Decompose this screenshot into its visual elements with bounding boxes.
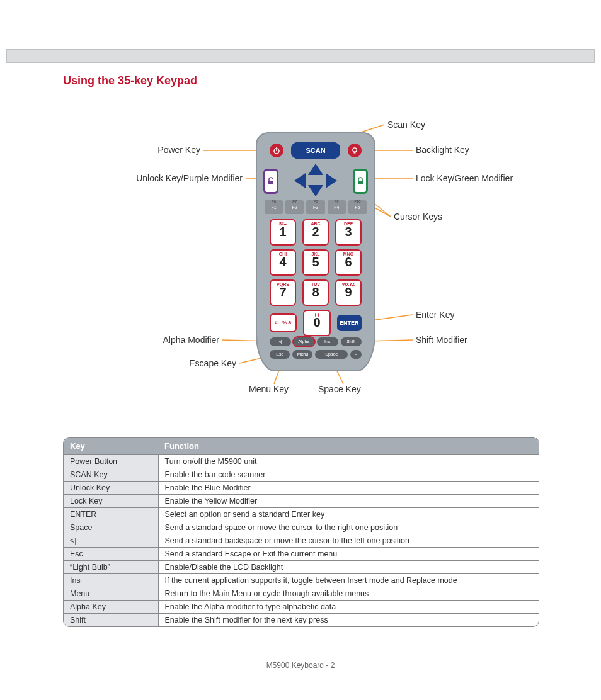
f2-key: F7F2 <box>285 200 304 214</box>
page-footer: M5900 Keyboard - 2 <box>0 661 601 670</box>
modifier-row: ◂| Alpha Ins Shift <box>270 337 362 346</box>
cell-function: Select an option or send a standard Ente… <box>158 508 539 521</box>
number-pad: $#=1 ABC2 DEF3 GHI4 JKL5 MNO6 PQRS7 TUV8… <box>270 219 362 336</box>
header-rule <box>6 49 595 63</box>
th-function: Function <box>158 438 539 455</box>
cell-function: Enable the Shift modifier for the next k… <box>158 614 539 627</box>
callout-lock: Lock Key/Green Modifier <box>416 173 513 183</box>
svg-point-15 <box>353 148 357 152</box>
backspace-key: ◂| <box>270 337 291 346</box>
key-3: DEF3 <box>335 219 362 246</box>
key-0: ( )0 <box>303 310 330 336</box>
cell-key: Alpha Key <box>64 601 158 614</box>
key-7: PQRS7 <box>270 279 296 306</box>
f3-key: F8F3 <box>306 200 324 214</box>
hash-key: # : % & <box>270 313 297 332</box>
callout-shift: Shift Modifier <box>416 335 467 345</box>
key-8: TUV8 <box>302 279 329 306</box>
document-page: Using the 35-key Keypad <box>0 0 601 700</box>
cell-key: Shift <box>64 614 158 627</box>
cursor-right <box>326 173 337 188</box>
cell-key: Ins <box>64 574 158 587</box>
table-row: <|Send a standard backspace or move the … <box>64 534 539 548</box>
svg-rect-17 <box>268 181 273 184</box>
table-row: SCAN KeyEnable the bar code scanner <box>64 468 539 482</box>
key-5: JKL5 <box>302 249 329 276</box>
cursor-up <box>308 164 323 175</box>
key-2: ABC2 <box>302 219 329 246</box>
table-row: Lock KeyEnable the Yellow Modifier <box>64 495 539 508</box>
callout-menu: Menu Key <box>249 384 289 394</box>
power-icon <box>272 145 282 155</box>
cell-function: Send a standard space or move the cursor… <box>158 521 539 534</box>
cell-function: Send a standard Escape or Exit the curre… <box>158 548 539 561</box>
table-row: Power ButtonTurn on/off the M5900 unit <box>64 455 539 468</box>
callout-alpha: Alpha Modifier <box>63 335 219 345</box>
callout-escape: Escape Key <box>63 358 236 368</box>
table-row: InsIf the current application supports i… <box>64 574 539 587</box>
table-row: SpaceSend a standard space or move the c… <box>64 521 539 534</box>
cell-function: Enable the bar code scanner <box>158 468 539 482</box>
esc-key: Esc <box>270 350 290 359</box>
callout-space: Space Key <box>318 384 361 394</box>
callout-scan: Scan Key <box>387 120 425 130</box>
key-function-table-wrap: Key Function Power ButtonTurn on/off the… <box>63 437 539 627</box>
cell-key: <| <box>64 534 158 548</box>
lock-key <box>353 169 368 194</box>
cell-key: Lock Key <box>64 495 158 508</box>
cell-function: Send a standard backspace or move the cu… <box>158 534 539 548</box>
callout-unlock: Unlock Key/Purple Modifier <box>63 173 243 183</box>
table-row: ENTERSelect an option or send a standard… <box>64 508 539 521</box>
cell-function: Return to the Main Menu or cycle through… <box>158 587 539 601</box>
key-4: GHI4 <box>270 249 296 276</box>
cell-function: Enable the Blue Modifier <box>158 482 539 495</box>
cursor-down <box>308 185 323 196</box>
table-row: EscSend a standard Escape or Exit the cu… <box>64 548 539 561</box>
cell-function: Turn on/off the M5900 unit <box>158 455 539 468</box>
key-function-table: Key Function Power ButtonTurn on/off the… <box>64 438 539 626</box>
table-row: MenuReturn to the Main Menu or cycle thr… <box>64 587 539 601</box>
cell-key: Menu <box>64 587 158 601</box>
scan-key: SCAN <box>291 142 340 159</box>
cell-key: Esc <box>64 548 158 561</box>
key-9: WXYZ9 <box>335 279 362 306</box>
dash-key: – <box>350 350 362 359</box>
cell-key: Space <box>64 521 158 534</box>
cursor-left <box>294 173 306 188</box>
f4-key: F9F4 <box>328 200 346 214</box>
lightbulb-icon <box>350 145 360 155</box>
svg-rect-18 <box>358 181 363 184</box>
cell-key: Power Button <box>64 455 158 468</box>
keypad-body: SCAN F6F1 F7F2 F8F3 <box>256 132 375 371</box>
bottom-row: Esc Menu Space – <box>270 350 362 359</box>
section-heading: Using the 35-key Keypad <box>63 74 197 88</box>
power-key <box>270 144 283 157</box>
cell-key: ENTER <box>64 508 158 521</box>
key-1: $#=1 <box>270 219 296 246</box>
table-row: Alpha KeyEnable the Alpha modifier to ty… <box>64 601 539 614</box>
space-key: Space <box>315 350 348 359</box>
f1-key: F6F1 <box>265 200 283 214</box>
table-row: Unlock KeyEnable the Blue Modifier <box>64 482 539 495</box>
unlock-icon <box>266 177 275 186</box>
cell-key: SCAN Key <box>64 468 158 482</box>
key-6: MNO6 <box>335 249 362 276</box>
cell-function: Enable the Alpha modifier to type alphab… <box>158 601 539 614</box>
enter-key: ENTER <box>337 315 362 331</box>
cell-function: Enable/Disable the LCD Backlight <box>158 561 539 574</box>
alpha-key: Alpha <box>294 337 315 346</box>
svg-rect-16 <box>354 152 356 154</box>
cursor-keys <box>277 164 355 196</box>
footer-rule <box>13 655 588 655</box>
table-row: “Light Bulb”Enable/Disable the LCD Backl… <box>64 561 539 574</box>
cell-function: If the current application supports it, … <box>158 574 539 587</box>
callout-power: Power Key <box>63 145 200 155</box>
function-key-row: F6F1 F7F2 F8F3 F9F4 F10F5 <box>265 200 367 214</box>
keypad-figure: SCAN F6F1 F7F2 F8F3 <box>63 101 538 403</box>
cell-key: “Light Bulb” <box>64 561 158 574</box>
f5-key: F10F5 <box>348 200 367 214</box>
lock-icon <box>356 177 365 186</box>
cell-key: Unlock Key <box>64 482 158 495</box>
backlight-key <box>348 144 362 157</box>
callout-enter: Enter Key <box>416 310 454 320</box>
